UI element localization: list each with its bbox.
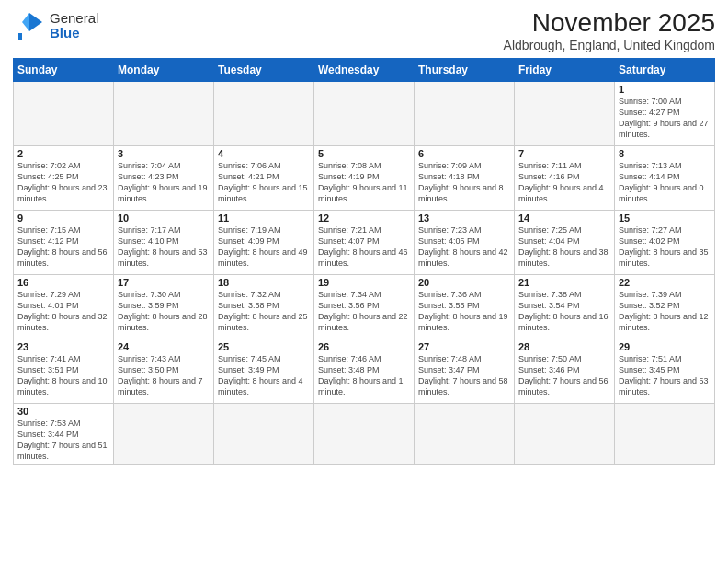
day-info: Sunrise: 7:53 AMSunset: 3:44 PMDaylight:… — [17, 418, 109, 463]
day-number: 16 — [17, 277, 109, 288]
calendar-cell: 12Sunrise: 7:21 AMSunset: 4:07 PMDayligh… — [314, 210, 415, 274]
day-info: Sunrise: 7:41 AMSunset: 3:51 PMDaylight:… — [17, 353, 109, 398]
header: General Blue November 2025 Aldbrough, En… — [13, 9, 715, 52]
logo-text: General Blue — [50, 11, 98, 41]
header-friday: Friday — [515, 58, 615, 81]
calendar-cell — [615, 403, 715, 465]
header-wednesday: Wednesday — [314, 58, 415, 81]
header-monday: Monday — [114, 58, 214, 81]
logo-line2: Blue — [50, 26, 98, 41]
logo-icon — [13, 9, 46, 42]
calendar-cell: 30Sunrise: 7:53 AMSunset: 3:44 PMDayligh… — [14, 403, 114, 465]
day-info: Sunrise: 7:48 AMSunset: 3:47 PMDaylight:… — [418, 353, 510, 398]
header-thursday: Thursday — [415, 58, 515, 81]
day-info: Sunrise: 7:04 AMSunset: 4:23 PMDaylight:… — [118, 160, 210, 205]
day-info: Sunrise: 7:13 AMSunset: 4:14 PMDaylight:… — [619, 160, 711, 205]
day-number: 4 — [218, 148, 310, 159]
calendar-cell — [415, 403, 515, 465]
day-number: 17 — [118, 277, 210, 288]
day-info: Sunrise: 7:45 AMSunset: 3:49 PMDaylight:… — [218, 353, 310, 398]
day-number: 9 — [17, 213, 109, 224]
calendar-cell — [14, 81, 114, 145]
calendar-cell: 10Sunrise: 7:17 AMSunset: 4:10 PMDayligh… — [114, 210, 214, 274]
day-number: 11 — [218, 213, 310, 224]
day-info: Sunrise: 7:51 AMSunset: 3:45 PMDaylight:… — [619, 353, 711, 398]
day-number: 20 — [418, 277, 510, 288]
day-info: Sunrise: 7:06 AMSunset: 4:21 PMDaylight:… — [218, 160, 310, 205]
day-number: 18 — [218, 277, 310, 288]
calendar-cell: 14Sunrise: 7:25 AMSunset: 4:04 PMDayligh… — [515, 210, 615, 274]
day-number: 2 — [17, 148, 109, 159]
day-info: Sunrise: 7:50 AMSunset: 3:46 PMDaylight:… — [518, 353, 610, 398]
day-number: 19 — [318, 277, 410, 288]
week-row-0: 1Sunrise: 7:00 AMSunset: 4:27 PMDaylight… — [14, 81, 715, 145]
day-info: Sunrise: 7:30 AMSunset: 3:59 PMDaylight:… — [118, 289, 210, 334]
week-row-3: 16Sunrise: 7:29 AMSunset: 4:01 PMDayligh… — [14, 274, 715, 339]
day-number: 29 — [619, 341, 711, 352]
calendar-cell: 17Sunrise: 7:30 AMSunset: 3:59 PMDayligh… — [114, 274, 214, 339]
calendar-cell: 11Sunrise: 7:19 AMSunset: 4:09 PMDayligh… — [214, 210, 314, 274]
calendar-cell: 18Sunrise: 7:32 AMSunset: 3:58 PMDayligh… — [214, 274, 314, 339]
logo: General Blue — [13, 9, 98, 42]
day-number: 24 — [118, 341, 210, 352]
day-number: 8 — [619, 148, 711, 159]
day-info: Sunrise: 7:43 AMSunset: 3:50 PMDaylight:… — [118, 353, 210, 398]
calendar-cell: 4Sunrise: 7:06 AMSunset: 4:21 PMDaylight… — [214, 145, 314, 210]
logo-line1: General — [50, 11, 98, 27]
day-info: Sunrise: 7:02 AMSunset: 4:25 PMDaylight:… — [17, 160, 109, 205]
day-info: Sunrise: 7:25 AMSunset: 4:04 PMDaylight:… — [518, 224, 610, 270]
header-sunday: Sunday — [14, 58, 114, 81]
calendar-cell: 25Sunrise: 7:45 AMSunset: 3:49 PMDayligh… — [214, 339, 314, 403]
calendar-cell: 23Sunrise: 7:41 AMSunset: 3:51 PMDayligh… — [14, 339, 114, 403]
day-info: Sunrise: 7:09 AMSunset: 4:18 PMDaylight:… — [418, 160, 510, 205]
calendar-cell — [314, 403, 415, 465]
calendar-cell — [214, 81, 314, 145]
title-area: November 2025 Aldbrough, England, United… — [504, 9, 715, 52]
page: General Blue November 2025 Aldbrough, En… — [0, 0, 728, 563]
day-number: 1 — [619, 84, 711, 95]
header-tuesday: Tuesday — [214, 58, 314, 81]
day-number: 28 — [518, 341, 610, 352]
day-info: Sunrise: 7:32 AMSunset: 3:58 PMDaylight:… — [218, 289, 310, 334]
day-info: Sunrise: 7:17 AMSunset: 4:10 PMDaylight:… — [118, 224, 210, 270]
day-number: 25 — [218, 341, 310, 352]
calendar-cell — [114, 403, 214, 465]
calendar-cell: 9Sunrise: 7:15 AMSunset: 4:12 PMDaylight… — [14, 210, 114, 274]
week-row-2: 9Sunrise: 7:15 AMSunset: 4:12 PMDaylight… — [14, 210, 715, 274]
calendar-cell: 1Sunrise: 7:00 AMSunset: 4:27 PMDaylight… — [615, 81, 715, 145]
calendar-header-row: SundayMondayTuesdayWednesdayThursdayFrid… — [14, 58, 715, 81]
calendar-cell: 16Sunrise: 7:29 AMSunset: 4:01 PMDayligh… — [14, 274, 114, 339]
day-number: 21 — [518, 277, 610, 288]
day-info: Sunrise: 7:08 AMSunset: 4:19 PMDaylight:… — [318, 160, 410, 205]
calendar-cell: 24Sunrise: 7:43 AMSunset: 3:50 PMDayligh… — [114, 339, 214, 403]
calendar-cell: 28Sunrise: 7:50 AMSunset: 3:46 PMDayligh… — [515, 339, 615, 403]
calendar-cell: 21Sunrise: 7:38 AMSunset: 3:54 PMDayligh… — [515, 274, 615, 339]
calendar-cell — [214, 403, 314, 465]
calendar-cell: 27Sunrise: 7:48 AMSunset: 3:47 PMDayligh… — [415, 339, 515, 403]
day-number: 3 — [118, 148, 210, 159]
day-info: Sunrise: 7:29 AMSunset: 4:01 PMDaylight:… — [17, 289, 109, 334]
calendar-cell: 29Sunrise: 7:51 AMSunset: 3:45 PMDayligh… — [615, 339, 715, 403]
day-info: Sunrise: 7:46 AMSunset: 3:48 PMDaylight:… — [318, 353, 410, 398]
week-row-1: 2Sunrise: 7:02 AMSunset: 4:25 PMDaylight… — [14, 145, 715, 210]
day-number: 15 — [619, 213, 711, 224]
day-number: 10 — [118, 213, 210, 224]
day-number: 5 — [318, 148, 410, 159]
svg-rect-3 — [18, 33, 22, 40]
subtitle: Aldbrough, England, United Kingdom — [504, 38, 715, 52]
day-number: 22 — [619, 277, 711, 288]
calendar-cell: 6Sunrise: 7:09 AMSunset: 4:18 PMDaylight… — [415, 145, 515, 210]
day-info: Sunrise: 7:39 AMSunset: 3:52 PMDaylight:… — [619, 289, 711, 334]
calendar-cell — [114, 81, 214, 145]
day-info: Sunrise: 7:21 AMSunset: 4:07 PMDaylight:… — [318, 224, 410, 270]
day-number: 23 — [17, 341, 109, 352]
day-number: 7 — [518, 148, 610, 159]
calendar-cell: 26Sunrise: 7:46 AMSunset: 3:48 PMDayligh… — [314, 339, 415, 403]
calendar-cell: 3Sunrise: 7:04 AMSunset: 4:23 PMDaylight… — [114, 145, 214, 210]
day-info: Sunrise: 7:23 AMSunset: 4:05 PMDaylight:… — [418, 224, 510, 270]
calendar: SundayMondayTuesdayWednesdayThursdayFrid… — [13, 58, 715, 465]
day-number: 30 — [17, 406, 109, 417]
day-info: Sunrise: 7:38 AMSunset: 3:54 PMDaylight:… — [518, 289, 610, 334]
calendar-cell — [415, 81, 515, 145]
header-saturday: Saturday — [615, 58, 715, 81]
